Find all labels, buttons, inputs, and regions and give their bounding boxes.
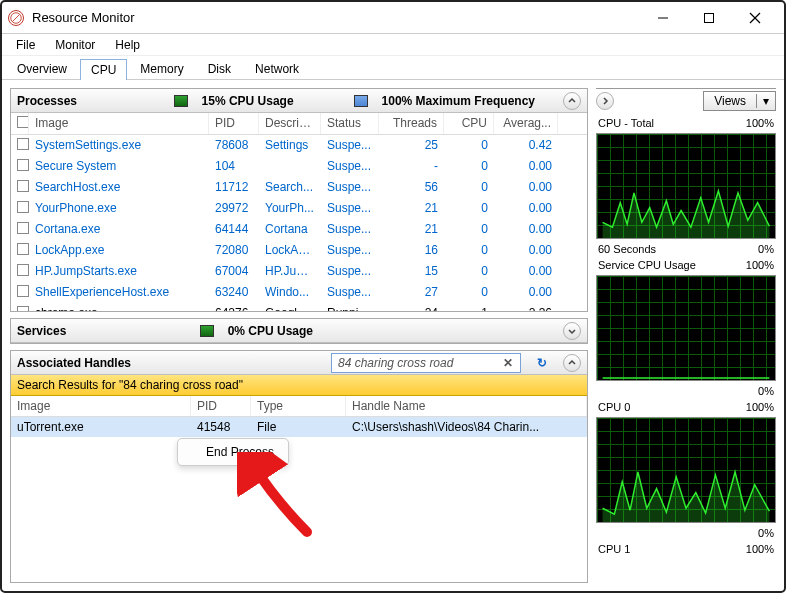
proc-cpu: 0 — [444, 283, 494, 302]
process-row[interactable]: SearchHost.exe11712Search...Suspe...5600… — [11, 177, 587, 198]
tabbar: Overview CPU Memory Disk Network — [2, 56, 784, 80]
proc-status: Suspe... — [321, 157, 379, 176]
graph-service-cpu — [596, 275, 776, 381]
proc-pid: 72080 — [209, 241, 259, 260]
handle-row[interactable]: uTorrent.exe 41548 File C:\Users\shash\V… — [11, 417, 587, 437]
clear-search-icon[interactable]: ✕ — [500, 355, 516, 371]
menubar: File Monitor Help — [2, 34, 784, 56]
handles-panel: Associated Handles ✕ ↻ Search Results fo… — [10, 350, 588, 583]
handle-path: C:\Users\shash\Videos\84 Charin... — [346, 418, 587, 436]
tab-cpu[interactable]: CPU — [80, 59, 127, 80]
proc-pid: 64144 — [209, 220, 259, 239]
tab-network[interactable]: Network — [244, 58, 310, 79]
close-button[interactable] — [732, 3, 778, 33]
proc-cpu: 0 — [444, 262, 494, 281]
window-title: Resource Monitor — [32, 10, 135, 25]
menu-end-process[interactable]: End Process — [206, 445, 274, 459]
process-row[interactable]: YourPhone.exe29972YourPh...Suspe...2100.… — [11, 198, 587, 219]
col-avg[interactable]: Averag... — [494, 113, 558, 134]
views-button[interactable]: Views ▾ — [703, 91, 776, 111]
handles-columns[interactable]: Image PID Type Handle Name — [11, 396, 587, 417]
menu-file[interactable]: File — [6, 36, 45, 54]
proc-image: Cortana.exe — [29, 220, 209, 239]
cpu-usage-icon — [174, 95, 188, 107]
handle-pid: 41548 — [191, 418, 251, 436]
row-checkbox[interactable] — [17, 138, 29, 150]
proc-threads: 25 — [379, 136, 444, 155]
hcol-pid[interactable]: PID — [191, 396, 251, 416]
proc-image: SystemSettings.exe — [29, 136, 209, 155]
proc-avg: 0.00 — [494, 199, 558, 218]
row-checkbox[interactable] — [17, 285, 29, 297]
proc-avg: 2.36 — [494, 304, 558, 311]
menu-monitor[interactable]: Monitor — [45, 36, 105, 54]
views-dropdown-icon[interactable]: ▾ — [756, 94, 775, 108]
row-checkbox[interactable] — [17, 222, 29, 234]
proc-status: Suspe... — [321, 136, 379, 155]
g1-bl: 60 Seconds — [598, 243, 656, 255]
titlebar: Resource Monitor — [2, 2, 784, 34]
row-checkbox[interactable] — [17, 201, 29, 213]
collapse-processes[interactable] — [563, 92, 581, 110]
process-row[interactable]: SystemSettings.exe78608SettingsSuspe...2… — [11, 135, 587, 156]
proc-status: Suspe... — [321, 178, 379, 197]
g3-br: 0% — [758, 527, 774, 539]
proc-desc: YourPh... — [259, 199, 321, 218]
proc-avg: 0.00 — [494, 157, 558, 176]
max-freq-icon — [354, 95, 368, 107]
services-cpu-label: 0% CPU Usage — [228, 324, 313, 338]
tab-memory[interactable]: Memory — [129, 58, 194, 79]
search-results-banner: Search Results for "84 charing cross roa… — [11, 375, 587, 396]
tab-overview[interactable]: Overview — [6, 58, 78, 79]
proc-threads: 56 — [379, 178, 444, 197]
handles-search-input[interactable] — [336, 355, 496, 371]
proc-threads: 15 — [379, 262, 444, 281]
process-row[interactable]: ShellExperienceHost.exe63240Windo...Susp… — [11, 282, 587, 303]
hcol-type[interactable]: Type — [251, 396, 346, 416]
proc-threads: 27 — [379, 283, 444, 302]
proc-avg: 0.00 — [494, 241, 558, 260]
col-desc[interactable]: Descrip... — [259, 113, 321, 134]
proc-status: Suspe... — [321, 199, 379, 218]
minimize-button[interactable] — [640, 3, 686, 33]
select-all-checkbox[interactable] — [17, 116, 29, 128]
proc-avg: 0.00 — [494, 220, 558, 239]
process-row[interactable]: chrome.exe64276Googl...Runni...2412.36 — [11, 303, 587, 311]
tab-disk[interactable]: Disk — [197, 58, 242, 79]
handles-search[interactable]: ✕ — [331, 353, 521, 373]
graph-cpu0 — [596, 417, 776, 523]
proc-threads: 16 — [379, 241, 444, 260]
processes-columns[interactable]: Image PID Descrip... Status Threads CPU … — [11, 113, 587, 135]
proc-avg: 0.00 — [494, 262, 558, 281]
maximize-button[interactable] — [686, 3, 732, 33]
row-checkbox[interactable] — [17, 264, 29, 276]
proc-avg: 0.42 — [494, 136, 558, 155]
process-row[interactable]: HP.JumpStarts.exe67004HP.Jum...Suspe...1… — [11, 261, 587, 282]
proc-status: Suspe... — [321, 220, 379, 239]
col-image[interactable]: Image — [29, 113, 209, 134]
refresh-search-icon[interactable]: ↻ — [537, 356, 547, 370]
collapse-handles[interactable] — [563, 354, 581, 372]
row-checkbox[interactable] — [17, 306, 29, 311]
proc-threads: 24 — [379, 304, 444, 311]
col-cpu[interactable]: CPU — [444, 113, 494, 134]
handles-title: Associated Handles — [17, 356, 131, 370]
hcol-image[interactable]: Image — [11, 396, 191, 416]
collapse-graphs[interactable] — [596, 92, 614, 110]
col-status[interactable]: Status — [321, 113, 379, 134]
process-row[interactable]: Cortana.exe64144CortanaSuspe...2100.00 — [11, 219, 587, 240]
proc-status: Suspe... — [321, 241, 379, 260]
row-checkbox[interactable] — [17, 159, 29, 171]
menu-help[interactable]: Help — [105, 36, 150, 54]
hcol-handle[interactable]: Handle Name — [346, 396, 587, 416]
app-icon — [8, 10, 24, 26]
col-pid[interactable]: PID — [209, 113, 259, 134]
process-row[interactable]: Secure System104Suspe...-00.00 — [11, 156, 587, 177]
col-threads[interactable]: Threads — [379, 113, 444, 134]
row-checkbox[interactable] — [17, 180, 29, 192]
proc-cpu: 0 — [444, 199, 494, 218]
proc-image: ShellExperienceHost.exe — [29, 283, 209, 302]
expand-services[interactable] — [563, 322, 581, 340]
row-checkbox[interactable] — [17, 243, 29, 255]
process-row[interactable]: LockApp.exe72080LockAp...Suspe...1600.00 — [11, 240, 587, 261]
